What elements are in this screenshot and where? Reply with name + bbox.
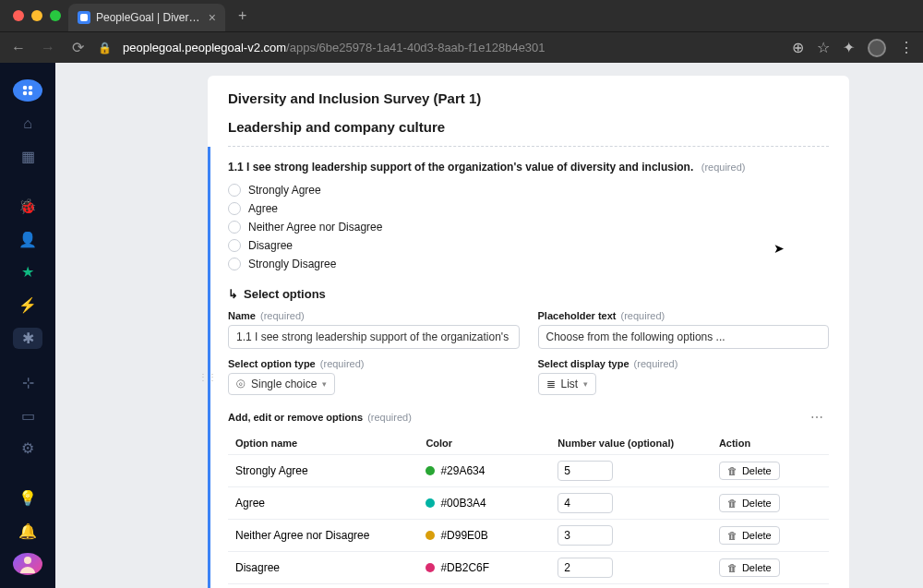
question-text: 1.1 I see strong leadership support of t… — [228, 161, 693, 174]
select-options-icon: ↳ — [228, 287, 238, 301]
question-required-tag: (required) — [701, 162, 746, 173]
col-number: Number value (optional) — [557, 438, 719, 449]
radio-label: Agree — [248, 202, 278, 215]
maximize-window-icon[interactable] — [50, 10, 61, 21]
url-host: peoplegoal.peoplegoal-v2.com — [123, 41, 286, 54]
radio-option[interactable]: Agree — [228, 202, 829, 215]
color-cell[interactable]: #00B3A4 — [426, 497, 557, 510]
table-row: Neither Agree nor Disagree#D99E0B🗑Delete — [228, 520, 829, 552]
bug-icon[interactable]: 🐞 — [13, 195, 42, 217]
lock-icon: 🔒 — [98, 42, 112, 54]
color-cell[interactable]: #DB2C6F — [426, 561, 557, 574]
color-swatch-icon — [426, 466, 435, 475]
option-type-value: Single choice — [251, 378, 317, 390]
name-input[interactable] — [228, 325, 520, 349]
reload-button[interactable]: ⟳ — [68, 39, 87, 56]
svg-point-2 — [23, 91, 28, 96]
home-icon[interactable]: ⌂ — [13, 113, 42, 135]
placeholder-label: Placeholder text (required) — [538, 310, 830, 321]
option-name-cell[interactable]: Agree — [235, 497, 426, 510]
chart-icon[interactable]: ⊹ — [13, 371, 42, 393]
number-input[interactable] — [557, 525, 613, 546]
bookmark-icon[interactable]: ☆ — [817, 39, 830, 56]
trash-icon: 🗑 — [727, 465, 737, 476]
col-action: Action — [719, 438, 821, 449]
option-type-select[interactable]: ⦾ Single choice ▾ — [228, 373, 335, 395]
add-edit-label: Add, edit or remove options (required) — [228, 412, 412, 423]
bell-icon[interactable]: 🔔 — [13, 520, 42, 542]
trash-icon: 🗑 — [727, 530, 737, 541]
delete-button[interactable]: 🗑Delete — [719, 462, 780, 480]
tab-close-icon[interactable]: × — [209, 10, 216, 25]
number-input[interactable] — [557, 493, 613, 513]
url-path: /apps/6be25978-1a41-40d3-8aab-f1e128b4e3… — [286, 41, 545, 54]
col-option-name: Option name — [235, 438, 426, 449]
display-type-select[interactable]: ≣ List ▾ — [538, 373, 597, 395]
number-input[interactable] — [557, 558, 613, 578]
radio-option[interactable]: Disagree — [228, 239, 829, 252]
snowflake-icon[interactable]: ✱ — [13, 328, 42, 350]
color-swatch-icon — [426, 563, 435, 572]
new-tab-button[interactable]: + — [233, 7, 252, 24]
color-hex: #29A634 — [440, 464, 485, 477]
app-sidebar: ⌂ ▦ 🐞 👤 ★ ⚡ ✱ ⊹ ▭ ⚙ 💡 🔔 — [0, 63, 55, 588]
survey-card: Diversity and Inclusion Survey (Part 1) … — [208, 76, 849, 588]
forward-button[interactable]: → — [39, 40, 57, 56]
delete-button[interactable]: 🗑Delete — [719, 494, 780, 512]
radio-list: Strongly Agree Agree Neither Agree nor D… — [228, 184, 829, 270]
app-logo-icon[interactable] — [13, 79, 42, 102]
survey-title: Diversity and Inclusion Survey (Part 1) — [228, 90, 829, 106]
color-hex: #DB2C6F — [440, 561, 489, 574]
color-swatch-icon — [426, 531, 435, 540]
profile-avatar-icon[interactable] — [868, 39, 886, 57]
svg-point-1 — [29, 86, 33, 90]
placeholder-input[interactable] — [538, 325, 830, 349]
window-controls — [7, 10, 61, 21]
settings-icon[interactable]: ⚙ — [13, 438, 42, 460]
svg-point-3 — [29, 91, 33, 96]
option-name-cell[interactable]: Neither Agree nor Disagree — [235, 529, 426, 542]
extensions-icon[interactable]: ✦ — [843, 39, 855, 56]
option-name-cell[interactable]: Disagree — [235, 561, 426, 574]
radio-label: Neither Agree nor Disagree — [248, 221, 382, 234]
radio-icon — [228, 221, 241, 234]
option-type-label: Select option type (required) — [228, 358, 520, 369]
search-icon[interactable]: ⊕ — [792, 39, 804, 56]
radio-option[interactable]: Strongly Agree — [228, 184, 829, 197]
delete-button[interactable]: 🗑Delete — [719, 526, 780, 545]
delete-button[interactable]: 🗑Delete — [719, 558, 780, 577]
drag-handle-icon[interactable]: ⋮⋮ — [198, 372, 217, 382]
tab-title: PeopleGoal | Diversity and Incl — [96, 11, 203, 24]
question-block: 1.1 I see strong leadership support of t… — [208, 147, 829, 588]
minimize-window-icon[interactable] — [31, 10, 42, 21]
url-display[interactable]: peoplegoal.peoplegoal-v2.com/apps/6be259… — [123, 41, 545, 54]
star-icon[interactable]: ★ — [13, 261, 42, 283]
bolt-icon[interactable]: ⚡ — [13, 294, 42, 317]
color-hex: #D99E0B — [440, 529, 487, 542]
radio-option[interactable]: Neither Agree nor Disagree — [228, 221, 829, 234]
radio-icon — [228, 202, 241, 215]
menu-icon[interactable]: ⋮ — [899, 39, 914, 56]
trash-icon: 🗑 — [727, 562, 737, 573]
radio-option[interactable]: Strongly Disagree — [228, 258, 829, 270]
color-cell[interactable]: #29A634 — [426, 464, 557, 477]
tab-bar: PeopleGoal | Diversity and Incl × + — [0, 0, 923, 31]
number-input[interactable] — [557, 461, 613, 481]
color-cell[interactable]: #D99E0B — [426, 529, 557, 542]
bulb-icon[interactable]: 💡 — [13, 487, 42, 510]
table-row: Agree#00B3A4🗑Delete — [228, 487, 829, 520]
back-button[interactable]: ← — [9, 40, 28, 56]
color-hex: #00B3A4 — [440, 497, 485, 510]
calendar-icon[interactable]: ▭ — [13, 404, 42, 426]
radio-label: Strongly Agree — [248, 184, 321, 197]
apps-icon[interactable]: ▦ — [13, 146, 42, 168]
radio-label: Strongly Disagree — [248, 258, 336, 270]
radio-icon — [228, 239, 241, 252]
browser-tab[interactable]: PeopleGoal | Diversity and Incl × — [68, 4, 225, 31]
option-name-cell[interactable]: Strongly Agree — [235, 464, 426, 477]
svg-point-0 — [23, 86, 28, 90]
more-options-button[interactable]: ⋯ — [805, 408, 829, 426]
user-icon[interactable]: 👤 — [13, 228, 42, 250]
user-avatar[interactable] — [13, 553, 42, 575]
close-window-icon[interactable] — [13, 10, 24, 21]
